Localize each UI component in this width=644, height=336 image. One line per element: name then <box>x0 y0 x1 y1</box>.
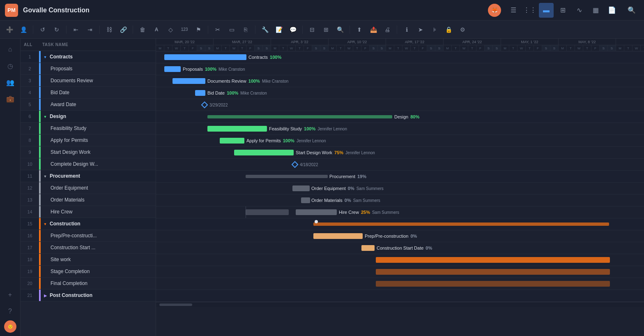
task-row-18[interactable]: 18 Site work <box>21 254 156 266</box>
gantt-view-icon[interactable]: ▬ <box>539 3 554 18</box>
bar-order-materials[interactable] <box>301 197 310 203</box>
home-sidebar-icon[interactable]: ⌂ <box>3 42 18 57</box>
construction-start-dot <box>315 220 318 223</box>
collapse-icon-15[interactable]: ▼ <box>42 221 48 227</box>
bar-permits[interactable] <box>220 138 244 144</box>
briefcase-sidebar-icon[interactable]: 💼 <box>3 91 18 106</box>
bar-construction-group[interactable] <box>313 222 609 226</box>
chart-view-icon[interactable]: ∿ <box>572 3 586 18</box>
bar-design-work[interactable] <box>234 150 294 155</box>
shape-button[interactable]: ◇ <box>164 24 177 35</box>
undo-button[interactable]: ↺ <box>37 24 49 35</box>
search-icon[interactable]: 🔍 <box>624 3 639 18</box>
task-row-5[interactable]: 5 Award Date <box>21 99 156 111</box>
text-button[interactable]: A <box>150 24 163 35</box>
task-row-14[interactable]: 14 Hire Crew <box>21 206 156 218</box>
bar-design-group[interactable] <box>207 115 392 118</box>
help-sidebar-icon[interactable]: ? <box>3 304 18 319</box>
task-row-16[interactable]: 16 Prep/Pre-constructi... <box>21 230 156 242</box>
task-row-4[interactable]: 4 Bid Date <box>21 87 156 99</box>
bar-hire-crew-1[interactable] <box>246 209 289 215</box>
color-bar-1 <box>39 51 41 63</box>
column-view-icon[interactable]: ⋮⋮ <box>522 3 537 18</box>
bar-prep[interactable] <box>313 233 363 239</box>
bar-docs-review[interactable] <box>172 78 205 84</box>
scissors-button[interactable]: ✂ <box>212 24 224 35</box>
bar-bid-date[interactable] <box>195 90 205 96</box>
task-row-3[interactable]: 3 Documents Review <box>21 75 156 87</box>
filter-button[interactable]: ⊧ <box>428 24 441 35</box>
bar-hire-crew-2[interactable] <box>296 209 337 215</box>
gantt-row-1: Contracts 100% <box>156 51 644 63</box>
task-row-11[interactable]: 11 ▼Procurement <box>21 170 156 182</box>
comment-button[interactable]: 💬 <box>287 24 299 35</box>
task-row-1[interactable]: 1 ▼Contracts <box>21 51 156 63</box>
bar-order-equipment[interactable] <box>292 185 310 191</box>
task-row-10[interactable]: 10 Complete Design W... <box>21 158 156 170</box>
user-avatar-top[interactable]: 🦊 <box>488 4 501 17</box>
settings-button[interactable]: ⚙ <box>456 24 469 35</box>
day-w: W <box>172 45 181 51</box>
delete-button[interactable]: 🗑 <box>136 24 149 35</box>
app-logo[interactable]: PM <box>5 4 18 17</box>
task-row-12[interactable]: 12 Order Equipment <box>21 182 156 194</box>
user-avatar-sidebar[interactable]: 🙂 <box>4 320 16 333</box>
people-sidebar-icon[interactable]: 👥 <box>3 75 18 90</box>
indent-less-button[interactable]: ⇤ <box>70 24 82 35</box>
bar-construction-start[interactable] <box>361 245 375 251</box>
task-row-13[interactable]: 13 Order Materials <box>21 194 156 206</box>
upload-button[interactable]: 📤 <box>367 24 380 35</box>
unlink-button[interactable]: 🔗 <box>117 24 129 35</box>
bar-site-work[interactable] <box>376 257 610 263</box>
calendar-view-icon[interactable]: ▦ <box>588 3 603 18</box>
share-button[interactable]: ➤ <box>414 24 427 35</box>
gantt-area[interactable]: MAR, 20 '22 MAR, 27 '22 APR, 3 '22 APR, … <box>156 39 644 336</box>
copy-button[interactable]: ⎘ <box>239 24 252 35</box>
collapse-icon-1[interactable]: ▼ <box>42 54 48 60</box>
list-view-icon[interactable]: ☰ <box>506 3 521 18</box>
collapse-icon-21[interactable]: ▶ <box>42 293 48 299</box>
link-button[interactable]: ⛓ <box>103 24 115 35</box>
add-sidebar-icon[interactable]: + <box>3 287 18 302</box>
doc-view-icon[interactable]: 📄 <box>605 3 619 18</box>
task-row-6[interactable]: 6 ▼Design <box>21 111 156 123</box>
add-person-button[interactable]: 👤 <box>17 24 30 35</box>
task-row-9[interactable]: 9 Start Design Work <box>21 146 156 158</box>
task-row-15[interactable]: 15 ▼Construction <box>21 218 156 230</box>
collapse-icon-11[interactable]: ▼ <box>42 174 48 179</box>
task-row-8[interactable]: 8 Apply for Permits <box>21 134 156 146</box>
bar-procurement-group[interactable] <box>246 175 328 178</box>
bar-stage-completion[interactable] <box>376 269 610 275</box>
bar-proposals[interactable] <box>164 66 181 72</box>
wrench-button[interactable]: 🔧 <box>259 24 271 35</box>
task-row-19[interactable]: 19 Stage Completion <box>21 266 156 278</box>
info-button[interactable]: ℹ <box>400 24 413 35</box>
task-row-20[interactable]: 20 Final Completion <box>21 278 156 290</box>
export-button[interactable]: ⬆ <box>353 24 366 35</box>
indent-more-button[interactable]: ⇥ <box>84 24 96 35</box>
zoom-button[interactable]: 🔍 <box>334 24 346 35</box>
recent-sidebar-icon[interactable]: ◷ <box>3 58 18 73</box>
print-button[interactable]: 🖨 <box>381 24 393 35</box>
number-button[interactable]: 123 <box>178 24 191 35</box>
bottom-scroll-bar[interactable] <box>156 302 644 307</box>
grid-button[interactable]: ⊞ <box>320 24 332 35</box>
bar-contracts[interactable] <box>164 54 246 60</box>
task-row-2[interactable]: 2 Proposals <box>21 63 156 75</box>
add-task-button[interactable]: ➕ <box>3 24 16 35</box>
rect-button[interactable]: ▭ <box>225 24 238 35</box>
flag-button[interactable]: ⚑ <box>192 24 205 35</box>
task-row-17[interactable]: 17 Construction Start ... <box>21 242 156 254</box>
split-button[interactable]: ⊟ <box>306 24 318 35</box>
lock-button[interactable]: 🔒 <box>442 24 455 35</box>
task-row-7[interactable]: 7 Feasibility Study <box>21 123 156 134</box>
table-view-icon[interactable]: ⊞ <box>555 3 570 18</box>
bar-final-completion[interactable] <box>376 281 610 287</box>
collapse-icon-6[interactable]: ▼ <box>42 114 48 120</box>
redo-button[interactable]: ↻ <box>51 24 63 35</box>
task-row-21[interactable]: 21 ▶Post Construction <box>21 290 156 301</box>
bar-feasibility[interactable] <box>207 126 267 132</box>
day-f4: F <box>361 45 370 51</box>
note-button[interactable]: 📝 <box>273 24 285 35</box>
scroll-thumb[interactable] <box>159 304 192 306</box>
